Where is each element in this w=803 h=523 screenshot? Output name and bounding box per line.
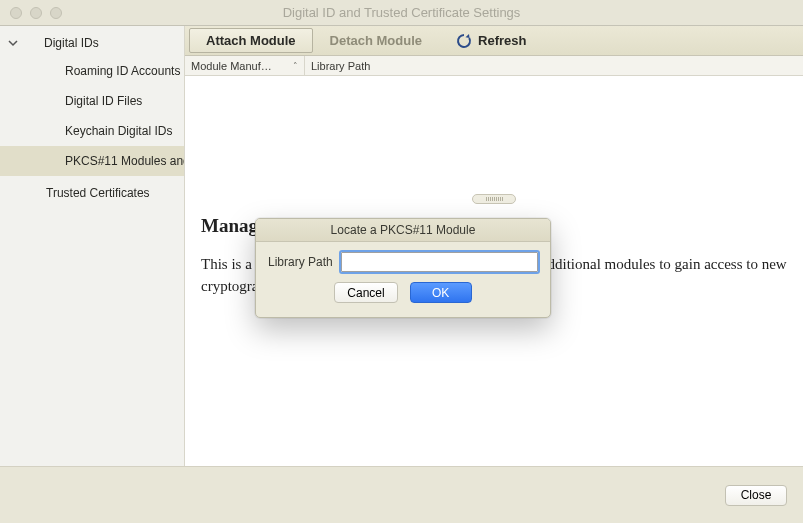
button-label: OK <box>432 286 449 300</box>
button-label: Attach Module <box>206 33 296 48</box>
refresh-icon <box>456 33 472 49</box>
titlebar: Digital ID and Trusted Certificate Setti… <box>0 0 803 26</box>
footer: Close <box>0 466 803 523</box>
ok-button[interactable]: OK <box>410 282 472 303</box>
sidebar-item-keychain-digital-ids[interactable]: Keychain Digital IDs <box>0 116 184 146</box>
dialog-title: Locate a PKCS#11 Module <box>256 219 550 242</box>
sidebar-item-label: Keychain Digital IDs <box>65 124 172 138</box>
column-label: Module Manuf… <box>191 60 272 72</box>
chevron-down-icon[interactable] <box>6 36 20 50</box>
column-label: Library Path <box>311 60 370 72</box>
button-label: Refresh <box>478 33 526 48</box>
sidebar-item-roaming-id-accounts[interactable]: Roaming ID Accounts <box>0 56 184 86</box>
toolbar: Attach Module Detach Module Refresh <box>185 26 803 56</box>
column-header-library-path[interactable]: Library Path <box>305 56 803 75</box>
traffic-lights <box>0 7 62 19</box>
sidebar-item-digital-id-files[interactable]: Digital ID Files <box>0 86 184 116</box>
module-list[interactable] <box>185 76 803 198</box>
close-window-icon[interactable] <box>10 7 22 19</box>
sidebar: Digital IDs Roaming ID Accounts Digital … <box>0 26 185 466</box>
dialog-actions: Cancel OK <box>268 282 538 313</box>
sidebar-item-pkcs11-modules[interactable]: PKCS#11 Modules and Tokens <box>0 146 184 176</box>
library-path-input[interactable] <box>341 252 538 272</box>
refresh-button[interactable]: Refresh <box>439 26 543 55</box>
sidebar-item-trusted-certificates[interactable]: Trusted Certificates <box>0 178 184 208</box>
button-label: Detach Module <box>330 33 422 48</box>
sidebar-root-label: Digital IDs <box>44 36 99 50</box>
button-label: Close <box>741 488 772 502</box>
column-headers: Module Manuf… ˄ Library Path <box>185 56 803 76</box>
column-header-module-manufacturer[interactable]: Module Manuf… ˄ <box>185 56 305 75</box>
detach-module-button[interactable]: Detach Module <box>313 26 439 55</box>
sidebar-item-label: Trusted Certificates <box>46 186 150 200</box>
sidebar-root-digital-ids[interactable]: Digital IDs <box>0 30 184 56</box>
sidebar-item-label: Digital ID Files <box>65 94 142 108</box>
sidebar-item-label: PKCS#11 Modules and Tokens <box>65 154 184 168</box>
button-label: Cancel <box>347 286 384 300</box>
library-path-row: Library Path <box>268 252 538 272</box>
cancel-button[interactable]: Cancel <box>334 282 397 303</box>
locate-pkcs11-module-dialog: Locate a PKCS#11 Module Library Path Can… <box>255 218 551 318</box>
minimize-window-icon[interactable] <box>30 7 42 19</box>
attach-module-button[interactable]: Attach Module <box>189 28 313 53</box>
library-path-label: Library Path <box>268 255 333 269</box>
sidebar-item-label: Roaming ID Accounts <box>65 64 180 78</box>
dialog-body: Library Path Cancel OK <box>256 242 550 317</box>
zoom-window-icon[interactable] <box>50 7 62 19</box>
close-button[interactable]: Close <box>725 485 787 506</box>
settings-window: Digital ID and Trusted Certificate Setti… <box>0 0 803 523</box>
sort-ascending-icon: ˄ <box>293 61 298 71</box>
window-title: Digital ID and Trusted Certificate Setti… <box>0 5 803 20</box>
